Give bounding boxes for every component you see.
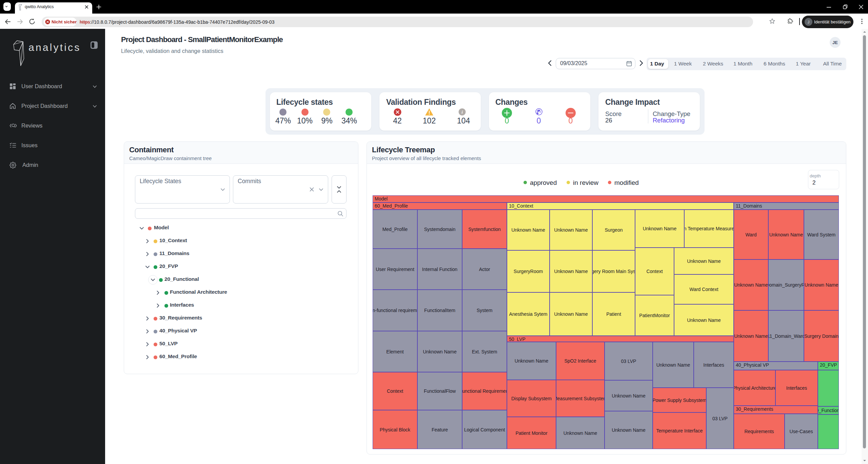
svg-text:i: i — [461, 110, 463, 115]
